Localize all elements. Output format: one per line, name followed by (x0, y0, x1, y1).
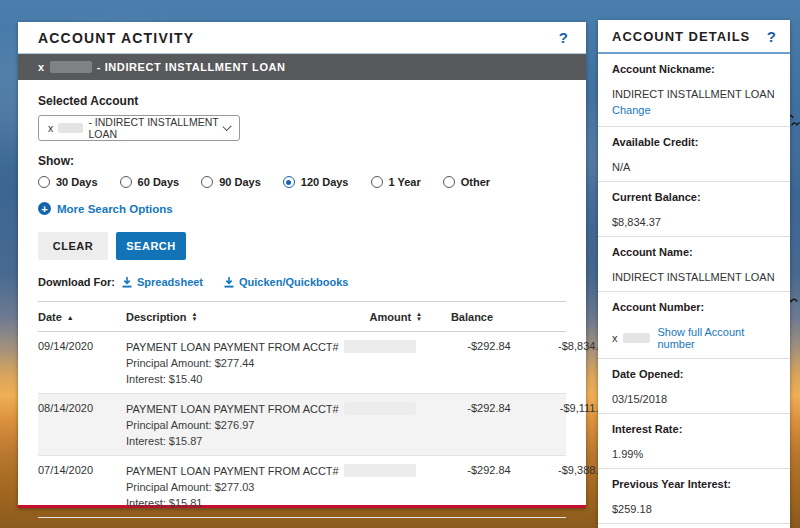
redacted-account-number (50, 61, 92, 73)
tx-description: PAYMENT LOAN PAYMENT FROM ACCT# Principa… (126, 464, 421, 509)
radio-60-days[interactable]: 60 Days (120, 176, 180, 188)
help-icon[interactable]: ? (767, 28, 776, 45)
radio-icon (38, 176, 50, 188)
details-title: ACCOUNT DETAILS (612, 29, 750, 44)
tx-description: PAYMENT LOAN PAYMENT FROM ACCT# Principa… (126, 340, 421, 385)
account-select[interactable]: x - INDIRECT INSTALLMENT LOAN (38, 115, 240, 141)
plus-icon: + (38, 202, 51, 215)
download-for-label: Download For: (38, 276, 115, 288)
tx-amount: -$292.84 (421, 402, 517, 414)
date-range-radios: 30 Days 60 Days 90 Days 120 Days 1 Year … (38, 176, 566, 188)
account-masked-prefix: x (38, 61, 45, 73)
table-row: 07/14/2020 PAYMENT LOAN PAYMENT FROM ACC… (38, 456, 566, 518)
download-quicken-link[interactable]: Quicken/Quickbooks (223, 276, 348, 288)
download-icon (121, 276, 133, 288)
selected-account-bar: x - INDIRECT INSTALLMENT LOAN (18, 54, 586, 80)
tx-date: 07/14/2020 (38, 464, 126, 476)
redacted-account-number (623, 333, 651, 343)
radio-120-days[interactable]: 120 Days (283, 176, 349, 188)
radio-30-days[interactable]: 30 Days (38, 176, 98, 188)
detail-account-name: Account Name: INDIRECT INSTALLMENT LOAN (598, 237, 790, 292)
select-masked-prefix: x (48, 122, 53, 134)
redacted-account-number (58, 123, 83, 133)
detail-ytd-interest: Year To Date Interest: (598, 524, 790, 528)
account-details-panel: ACCOUNT DETAILS ? Account Nickname: INDI… (598, 20, 790, 528)
change-nickname-link[interactable]: Change (612, 104, 651, 116)
radio-icon (201, 176, 213, 188)
search-button[interactable]: SEARCH (116, 232, 186, 260)
radio-other[interactable]: Other (443, 176, 490, 188)
sort-amount-header[interactable]: Amount ▲▼ (326, 311, 422, 323)
radio-1-year[interactable]: 1 Year (371, 176, 421, 188)
sort-icon: ▲▼ (192, 312, 198, 323)
download-spreadsheet-link[interactable]: Spreadsheet (121, 276, 203, 288)
detail-account-number: Account Number: x Show full Account numb… (598, 292, 790, 359)
table-row: 08/14/2020 PAYMENT LOAN PAYMENT FROM ACC… (38, 394, 566, 456)
redacted-account-number (344, 340, 416, 353)
detail-previous-year-interest: Previous Year Interest: $259.18 (598, 469, 790, 524)
radio-icon (443, 176, 455, 188)
radio-90-days[interactable]: 90 Days (201, 176, 261, 188)
transactions-table: Date ▲ Description ▲▼ Amount ▲▼ Balance … (38, 301, 566, 518)
radio-icon (371, 176, 383, 188)
radio-icon (283, 176, 295, 188)
detail-account-nickname: Account Nickname: INDIRECT INSTALLMENT L… (598, 54, 790, 127)
detail-current-balance: Current Balance: $8,834.37 (598, 182, 790, 237)
download-icon (223, 276, 235, 288)
tx-amount: -$292.84 (421, 340, 517, 352)
clear-button[interactable]: CLEAR (38, 232, 108, 260)
account-activity-panel: ACCOUNT ACTIVITY ? x - INDIRECT INSTALLM… (18, 22, 586, 508)
tx-amount: -$292.84 (421, 464, 517, 476)
bird-icon (791, 120, 800, 127)
sort-asc-icon: ▲ (67, 314, 74, 321)
more-search-options-link[interactable]: + More Search Options (38, 202, 566, 215)
detail-date-opened: Date Opened: 03/15/2018 (598, 359, 790, 414)
redacted-account-number (344, 464, 416, 477)
redacted-account-number (344, 402, 416, 415)
selected-account-label: Selected Account (38, 94, 566, 108)
radio-icon (120, 176, 132, 188)
detail-available-credit: Available Credit: N/A (598, 127, 790, 182)
sort-date-header[interactable]: Date ▲ (38, 311, 126, 323)
detail-interest-rate: Interest Rate: 1.99% (598, 414, 790, 469)
account-bar-name: - INDIRECT INSTALLMENT LOAN (97, 61, 286, 73)
select-account-name: - INDIRECT INSTALLMENT LOAN (88, 116, 224, 140)
account-activity-header: ACCOUNT ACTIVITY ? (18, 22, 586, 54)
tx-date: 08/14/2020 (38, 402, 126, 414)
show-full-account-number-link[interactable]: Show full Account number (657, 326, 776, 350)
account-details-header: ACCOUNT DETAILS ? (598, 20, 790, 54)
help-icon[interactable]: ? (559, 29, 568, 46)
tx-description: PAYMENT LOAN PAYMENT FROM ACCT# Principa… (126, 402, 421, 447)
page-title: ACCOUNT ACTIVITY (38, 30, 194, 46)
balance-header: Balance (422, 311, 522, 323)
tx-date: 09/14/2020 (38, 340, 126, 352)
show-label: Show: (38, 154, 566, 168)
table-row: 09/14/2020 PAYMENT LOAN PAYMENT FROM ACC… (38, 332, 566, 394)
sort-description-header[interactable]: Description ▲▼ (126, 311, 326, 323)
